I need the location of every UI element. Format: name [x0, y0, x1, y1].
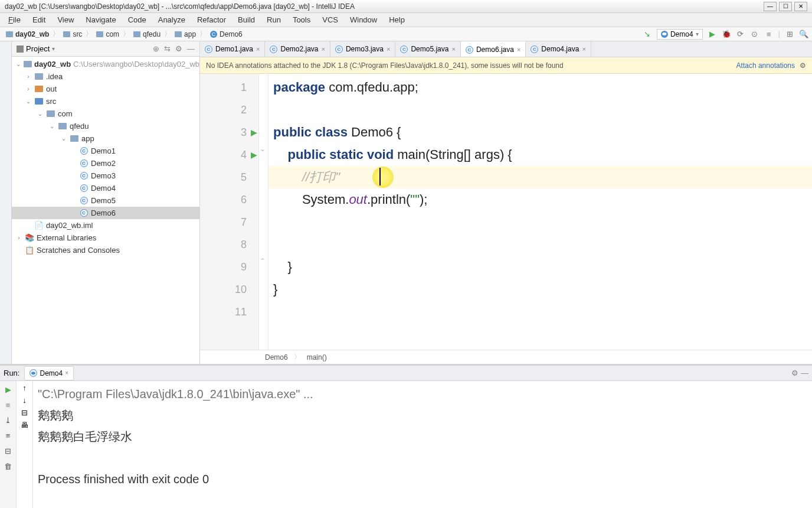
- console-line: Process finished with exit code 0: [38, 468, 807, 490]
- close-icon[interactable]: ×: [517, 46, 520, 53]
- tree-demo2[interactable]: CDemo2: [12, 157, 199, 170]
- run-config-selector[interactable]: ⬬ Demo4 ▾: [657, 29, 703, 40]
- gear-icon[interactable]: ⚙: [800, 61, 806, 70]
- menu-tools[interactable]: Tools: [287, 15, 316, 24]
- bc-class[interactable]: Demo6: [265, 353, 288, 362]
- target-icon[interactable]: ⊕: [153, 44, 159, 53]
- exit-icon[interactable]: ⤓: [2, 414, 14, 426]
- crumb-app[interactable]: app: [184, 30, 196, 38]
- menu-file[interactable]: File: [2, 15, 27, 24]
- attach-annotations-link[interactable]: Attach annotations: [736, 61, 795, 70]
- folder-icon: [6, 31, 13, 37]
- menu-vcs[interactable]: VCS: [316, 15, 344, 24]
- profile-icon[interactable]: ⊙: [750, 30, 759, 39]
- tree-demo6[interactable]: CDemo6: [12, 207, 199, 219]
- folder-icon: [63, 31, 70, 37]
- close-icon[interactable]: ×: [65, 370, 68, 376]
- tab-demo4[interactable]: CDemo4.java×: [526, 41, 591, 57]
- crumb-com[interactable]: com: [106, 30, 119, 38]
- stop-icon[interactable]: ■: [2, 399, 14, 411]
- tab-demo5[interactable]: CDemo5.java×: [395, 41, 460, 57]
- tab-demo2[interactable]: CDemo2.java×: [265, 41, 330, 57]
- tree-qfedu[interactable]: ⌄qfedu: [12, 120, 199, 132]
- print-icon[interactable]: 🖶: [21, 421, 28, 429]
- console-output[interactable]: "C:\Program Files\Java\jdk1.8.0_241\bin\…: [33, 381, 812, 508]
- tree-out[interactable]: ›out: [12, 83, 199, 95]
- crumb-qfedu[interactable]: qfedu: [143, 30, 161, 38]
- tree-com[interactable]: ⌄com: [12, 108, 199, 120]
- expand-icon[interactable]: ⇆: [164, 44, 171, 53]
- up-icon[interactable]: ↑: [22, 383, 27, 392]
- back-icon[interactable]: ↘: [643, 30, 652, 39]
- menu-build[interactable]: Build: [232, 15, 261, 24]
- maximize-button[interactable]: ☐: [779, 2, 792, 11]
- notice-bar: No IDEA annotations attached to the JDK …: [200, 57, 812, 74]
- menu-window[interactable]: Window: [344, 15, 383, 24]
- menu-refactor[interactable]: Refactor: [191, 15, 232, 24]
- crumb-class[interactable]: Demo6: [220, 30, 243, 38]
- menu-view[interactable]: View: [51, 15, 80, 24]
- run-gutter-icon[interactable]: ▶: [251, 128, 257, 137]
- structure-icon[interactable]: ⊞: [785, 30, 794, 39]
- trash-icon[interactable]: 🗑: [2, 460, 14, 472]
- close-button[interactable]: ✕: [794, 2, 807, 11]
- rerun-icon[interactable]: ▶: [2, 383, 14, 395]
- menu-run[interactable]: Run: [261, 15, 287, 24]
- menu-navigate[interactable]: Navigate: [80, 15, 122, 24]
- pin-icon[interactable]: ⊟: [2, 445, 14, 457]
- code-area[interactable]: 1 2 3▶ 4▶ 5 6 7 8 9 10 11 ⌄ ⌃ package co…: [200, 74, 812, 350]
- close-icon[interactable]: ×: [582, 45, 585, 53]
- tab-demo6[interactable]: CDemo6.java×: [461, 41, 526, 57]
- project-tree[interactable]: ⌄ day02_wbC:\Users\wangbo\Desktop\day02_…: [12, 57, 199, 364]
- window-title: day02_wb [C:\Users\wangbo\Desktop\day02_…: [5, 2, 764, 11]
- crumb-root[interactable]: day02_wb: [15, 30, 49, 38]
- run-tab[interactable]: ⬬Demo4×: [24, 366, 74, 380]
- navbar: day02_wb 〉 src 〉 com 〉 qfedu 〉 app 〉 C D…: [0, 27, 812, 41]
- gear-icon[interactable]: ⚙: [175, 44, 182, 53]
- minimize-button[interactable]: —: [764, 2, 777, 11]
- search-icon[interactable]: 🔍: [799, 30, 808, 39]
- fold-column[interactable]: ⌄ ⌃: [259, 74, 269, 350]
- wrap-icon[interactable]: ⊟: [21, 408, 28, 417]
- tab-demo3[interactable]: CDemo3.java×: [330, 41, 395, 57]
- tab-demo1[interactable]: CDemo1.java×: [200, 41, 265, 57]
- tree-scratches[interactable]: 📋Scratches and Consoles: [12, 244, 199, 256]
- tree-demo1[interactable]: CDemo1: [12, 145, 199, 157]
- bc-method[interactable]: main(): [307, 353, 327, 362]
- close-icon[interactable]: ×: [451, 45, 455, 53]
- editor-breadcrumb[interactable]: Demo6 〉 main(): [200, 350, 812, 364]
- editor-text[interactable]: package com.qfedu.app; public class Demo…: [269, 74, 812, 350]
- debug-icon[interactable]: 🐞: [722, 30, 731, 39]
- breadcrumb[interactable]: day02_wb 〉 src 〉 com 〉 qfedu 〉 app 〉 C D…: [4, 29, 245, 39]
- menu-code[interactable]: Code: [122, 15, 152, 24]
- gear-icon[interactable]: ⚙ —: [791, 369, 808, 377]
- class-icon: ⬬: [661, 31, 668, 38]
- menu-analyze[interactable]: Analyze: [152, 15, 191, 24]
- stop-icon[interactable]: ■: [764, 30, 774, 39]
- tree-ext-lib[interactable]: ›📚External Libraries: [12, 232, 199, 244]
- tree-demo4[interactable]: CDemo4: [12, 182, 199, 194]
- close-icon[interactable]: ×: [322, 45, 325, 53]
- tree-app[interactable]: ⌄app: [12, 132, 199, 145]
- menu-help[interactable]: Help: [383, 15, 411, 24]
- gutter[interactable]: 1 2 3▶ 4▶ 5 6 7 8 9 10 11: [200, 74, 259, 350]
- run-icon[interactable]: ▶: [708, 30, 717, 39]
- coverage-icon[interactable]: ⟳: [736, 30, 745, 39]
- tree-root[interactable]: ⌄ day02_wbC:\Users\wangbo\Desktop\day02_…: [12, 58, 199, 70]
- menu-edit[interactable]: Edit: [27, 15, 51, 24]
- project-panel-title[interactable]: Project ▾: [17, 44, 55, 53]
- down-icon[interactable]: ↓: [22, 396, 27, 405]
- close-icon[interactable]: ×: [387, 45, 390, 53]
- crumb-src[interactable]: src: [73, 30, 82, 38]
- tree-iml[interactable]: 📄day02_wb.iml: [12, 219, 199, 232]
- tree-src[interactable]: ⌄src: [12, 95, 199, 108]
- menubar: File Edit View Navigate Code Analyze Ref…: [0, 13, 812, 27]
- close-icon[interactable]: ×: [256, 45, 260, 53]
- tree-idea[interactable]: ›.idea: [12, 70, 199, 83]
- tree-demo3[interactable]: CDemo3: [12, 170, 199, 182]
- hide-icon[interactable]: —: [187, 44, 195, 53]
- layout-icon[interactable]: ≡: [2, 429, 14, 441]
- run-gutter-icon[interactable]: ▶: [251, 150, 257, 159]
- tree-demo5[interactable]: CDemo5: [12, 194, 199, 207]
- editor-tabs: CDemo1.java× CDemo2.java× CDemo3.java× C…: [200, 41, 812, 57]
